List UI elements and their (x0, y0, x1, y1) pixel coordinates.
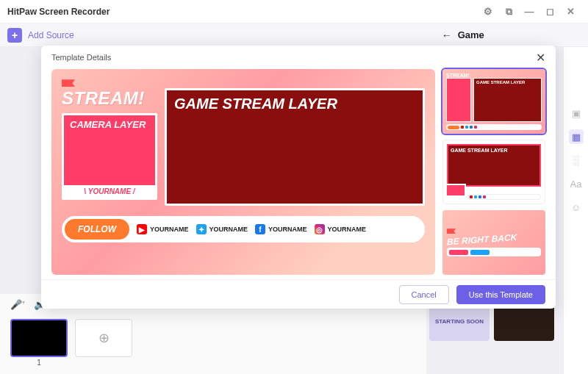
multiwindow-icon[interactable]: ⧉ (498, 1, 519, 22)
camera-name-placeholder: \ YOURNAME / (64, 185, 155, 198)
side-toolbar: ▣ ▦ ░ Aa ☺ (563, 47, 588, 374)
mic-icon[interactable]: 🎤▾ (10, 299, 25, 310)
camera-layer-label: CAMERA LAYER (64, 115, 155, 129)
game-layer-label: GAME STREAM LAYER (174, 96, 415, 111)
gear-icon[interactable]: ⚙ (478, 1, 498, 22)
templates-icon[interactable]: ▦ (569, 129, 584, 144)
layers-icon[interactable]: ▣ (569, 106, 584, 121)
variant-thumb-1[interactable]: STREAM! GAME STREAM LAYER (442, 69, 545, 134)
social-youtube: ▶YOURNAME (137, 224, 189, 234)
template-preview: STREAM! CAMERA LAYER \ YOURNAME / GAME S… (51, 69, 435, 275)
add-source-button[interactable]: + (7, 28, 22, 43)
social-instagram: ◎YOURNAME (315, 224, 367, 234)
titlebar: HitPaw Screen Recorder ⚙ ⧉ — ◻ ✕ (0, 0, 588, 24)
follow-pill: FOLLOW (65, 219, 129, 240)
game-layer-box: GAME STREAM LAYER (165, 88, 425, 206)
cancel-button[interactable]: Cancel (399, 285, 449, 304)
twitter-icon: ✦ (196, 224, 207, 234)
youtube-icon: ▶ (137, 224, 147, 234)
sticker-icon[interactable]: ☺ (569, 200, 584, 215)
text-icon[interactable]: Aa (569, 176, 584, 191)
variant-thumb-2[interactable]: GAME STREAM LAYER (442, 140, 545, 204)
minimize-icon[interactable]: — (519, 1, 539, 22)
app-name: HitPaw Screen Recorder (7, 7, 110, 17)
camera-layer-box: CAMERA LAYER \ YOURNAME / (62, 113, 157, 200)
modal-overlay: Template Details ✕ STREAM! CAMERA LAYER (37, 24, 562, 367)
modal-title: Template Details (51, 53, 111, 62)
template-details-modal: Template Details ✕ STREAM! CAMERA LAYER (41, 46, 556, 309)
modal-close-icon[interactable]: ✕ (536, 51, 545, 65)
stream-title: STREAM! (62, 88, 157, 109)
facebook-icon: f (255, 224, 265, 234)
flag-icon (62, 79, 75, 87)
use-template-button[interactable]: Use this Template (456, 285, 545, 304)
effects-icon[interactable]: ░ (569, 153, 584, 168)
instagram-icon: ◎ (315, 224, 325, 234)
maximize-icon[interactable]: ◻ (539, 1, 560, 22)
social-twitter: ✦YOURNAME (196, 224, 248, 234)
close-icon[interactable]: ✕ (560, 1, 581, 22)
variant-thumbs: STREAM! GAME STREAM LAYER GAME STREAM LA… (442, 69, 545, 275)
variant-thumb-3[interactable]: BE RIGHT BACK (442, 210, 545, 275)
brb-text: BE RIGHT BACK (447, 232, 541, 247)
social-bar: FOLLOW ▶YOURNAME ✦YOURNAME fYOURNAME ◎YO… (62, 216, 425, 242)
social-facebook: fYOURNAME (255, 224, 307, 234)
flag-icon (447, 229, 456, 234)
